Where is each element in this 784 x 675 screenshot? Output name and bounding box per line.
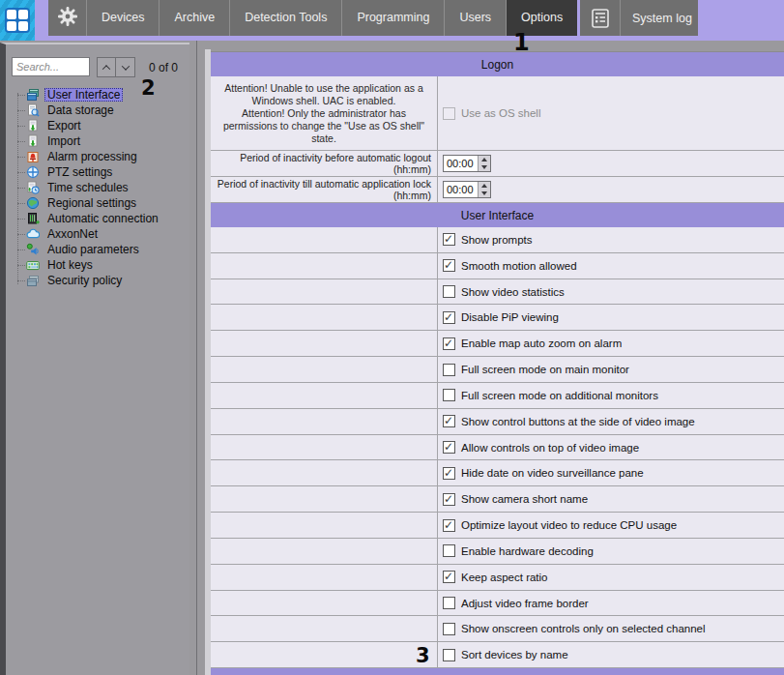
use-as-os-shell-checkbox[interactable]	[443, 107, 455, 120]
system-log-label: System log	[621, 12, 692, 25]
logout-period-spinbox[interactable]: 00:00	[443, 155, 491, 172]
section-title: Logon	[481, 58, 513, 72]
option-row-spacer	[211, 383, 438, 408]
search-input[interactable]	[12, 57, 90, 76]
option-label: Allow controls on top of video image	[461, 442, 639, 454]
spinner-buttons[interactable]	[478, 182, 490, 197]
import-icon	[26, 134, 40, 148]
tree-item-label: Time schedules	[44, 181, 131, 194]
gear-menu-button[interactable]	[48, 0, 87, 36]
checkbox-show-control-buttons-at-the-side-of-video-image[interactable]: ✓	[443, 415, 455, 427]
search-prev-button[interactable]	[97, 57, 116, 77]
tab-programming[interactable]: Programming	[341, 0, 444, 36]
tree-item-security-policy[interactable]: Security policy	[6, 273, 189, 288]
checkmark-icon: ✓	[444, 337, 453, 350]
search-match-count: 0 of 0	[149, 61, 178, 74]
option-row-spacer	[211, 253, 438, 279]
checkbox-show-prompts[interactable]: ✓	[443, 233, 455, 246]
checkbox-show-onscreen-controls-only-on-selected-channel[interactable]	[443, 623, 455, 635]
tree-item-axxonnet[interactable]: AxxonNet	[6, 226, 189, 242]
lock-period-label: Period of inactivity till automatic appl…	[211, 177, 438, 202]
checkbox-show-video-statistics[interactable]	[443, 285, 455, 298]
checkbox-hide-date-on-video-surveillance-pane[interactable]: ✓	[443, 467, 455, 480]
checkbox-optimize-layout-video-to-reduce-cpu-usage[interactable]: ✓	[443, 519, 455, 532]
option-label: Enable hardware decoding	[461, 545, 594, 557]
checkbox-smooth-motion-allowed[interactable]: ✓	[443, 259, 455, 272]
tree-item-data-storage[interactable]: Data storage	[6, 103, 189, 118]
policy-icon	[26, 274, 40, 287]
system-log-button[interactable]: System log	[580, 0, 698, 36]
section-header-logon: Logon	[211, 52, 784, 76]
checkbox-allow-controls-on-top-of-video-image[interactable]: ✓	[443, 441, 455, 454]
globe-icon	[26, 196, 40, 210]
checkmark-icon: ✓	[444, 466, 453, 480]
option-label: Adjust video frame border	[461, 598, 589, 609]
tab-users[interactable]: Users	[444, 0, 506, 36]
option-row-spacer	[211, 539, 438, 564]
tab-archive[interactable]: Archive	[159, 0, 229, 36]
option-row-show-video-statistics: Show video statistics	[211, 279, 784, 306]
checkbox-sort-devices-by-name[interactable]	[443, 649, 455, 661]
checkmark-icon: ✓	[444, 440, 453, 454]
settings-table: Logon Attention! Unable to use the appli…	[211, 51, 784, 675]
logout-period-row: Period of inactivity before automatic lo…	[211, 151, 784, 177]
checkbox-enable-hardware-decoding[interactable]	[443, 544, 455, 557]
app-logo-button[interactable]	[0, 0, 35, 41]
tree-item-regional-settings[interactable]: Regional settings	[6, 195, 189, 211]
tree-item-label: Automatic connection	[44, 212, 161, 225]
tab-devices[interactable]: Devices	[87, 0, 159, 36]
tab-strip: DevicesArchiveDetection ToolsProgramming…	[87, 0, 577, 36]
option-row-spacer	[211, 513, 438, 538]
option-row-spacer	[211, 435, 438, 460]
checkbox-adjust-video-frame-border[interactable]	[443, 597, 455, 609]
spin-up-icon	[481, 184, 487, 188]
schedule-icon	[26, 181, 40, 194]
option-label: Full screen mode on additional monitors	[461, 390, 658, 401]
checkbox-enable-map-auto-zoom-on-alarm[interactable]: ✓	[443, 338, 455, 350]
option-label: Keep aspect ratio	[461, 572, 548, 583]
tree-item-label: PTZ settings	[44, 165, 115, 179]
annotation-3: 3	[416, 644, 430, 667]
option-row-spacer	[211, 642, 438, 667]
tree-item-import[interactable]: Import	[6, 133, 189, 149]
checkbox-full-screen-mode-on-main-monitor[interactable]	[443, 364, 455, 376]
section-title: User Interface	[461, 209, 534, 222]
lock-period-row: Period of inactivity till automatic appl…	[211, 177, 784, 203]
option-row-hide-date-on-video-surveillance-pane: ✓Hide date on video surveillance pane	[211, 460, 784, 486]
checkmark-icon: ✓	[444, 492, 453, 506]
alarm-icon	[26, 150, 40, 163]
tree-item-time-schedules[interactable]: Time schedules	[6, 180, 189, 195]
tree-item-label: Security policy	[44, 274, 125, 287]
chevron-down-icon	[121, 62, 129, 70]
settings-sidebar: 0 of 0 User InterfaceData storageExportI…	[0, 43, 189, 675]
option-row-spacer	[211, 409, 438, 434]
tree-item-automatic-connection[interactable]: Automatic connection	[6, 211, 189, 226]
tab-detection-tools[interactable]: Detection Tools	[229, 0, 341, 36]
tree-item-user-interface[interactable]: User Interface	[6, 87, 189, 103]
spinner-buttons[interactable]	[478, 156, 490, 171]
option-row-spacer	[211, 616, 438, 641]
checkbox-keep-aspect-ratio[interactable]: ✓	[443, 571, 455, 583]
option-row-full-screen-mode-on-main-monitor: Full screen mode on main monitor	[211, 357, 784, 383]
splitter[interactable]	[189, 41, 205, 675]
tree-item-ptz-settings[interactable]: PTZ settings	[6, 164, 189, 180]
option-row-spacer	[211, 565, 438, 590]
checkbox-full-screen-mode-on-additional-monitors[interactable]	[443, 389, 455, 401]
search-next-button[interactable]	[116, 57, 135, 77]
tree-item-hot-keys[interactable]: Hot keys	[6, 257, 189, 273]
option-label: Enable map auto zoom on alarm	[461, 338, 622, 349]
option-label: Hide date on video surveillance pane	[461, 467, 644, 479]
tree-item-export[interactable]: Export	[6, 118, 189, 133]
tree-item-label: Data storage	[44, 103, 117, 117]
tree-item-alarm-processing[interactable]: Alarm processing	[6, 149, 189, 164]
lock-period-spinbox[interactable]: 00:00	[443, 181, 491, 198]
cloud-icon	[26, 227, 40, 241]
tree-item-label: Hot keys	[44, 258, 96, 272]
tree-item-audio-parameters[interactable]: Audio parameters	[6, 242, 189, 257]
checkmark-icon: ✓	[444, 232, 453, 246]
checkbox-show-camera-short-name[interactable]: ✓	[443, 493, 455, 506]
checkbox-disable-pip-viewing[interactable]: ✓	[443, 311, 455, 324]
tree-item-label: Alarm processing	[44, 150, 140, 163]
tree-item-label: User Interface	[44, 88, 123, 102]
option-label: Smooth motion allowed	[461, 260, 577, 272]
